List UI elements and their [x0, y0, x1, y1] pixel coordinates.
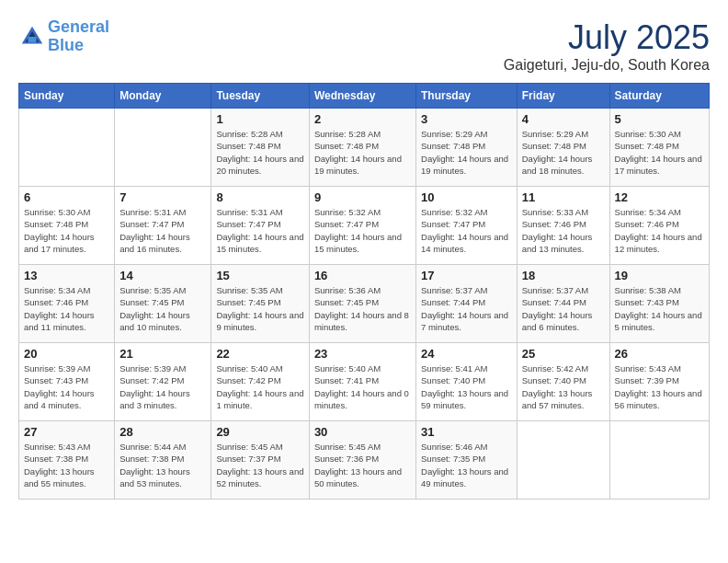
- calendar-cell: 20Sunrise: 5:39 AM Sunset: 7:43 PM Dayli…: [19, 343, 115, 421]
- weekday-header-sunday: Sunday: [19, 84, 115, 109]
- calendar-cell: 21Sunrise: 5:39 AM Sunset: 7:42 PM Dayli…: [115, 343, 211, 421]
- calendar-cell: 7Sunrise: 5:31 AM Sunset: 7:47 PM Daylig…: [115, 187, 211, 265]
- calendar-cell: 2Sunrise: 5:28 AM Sunset: 7:48 PM Daylig…: [309, 109, 415, 187]
- day-number: 25: [522, 347, 605, 361]
- calendar-cell: 24Sunrise: 5:41 AM Sunset: 7:40 PM Dayli…: [416, 343, 518, 421]
- day-number: 18: [522, 269, 605, 282]
- day-number: 8: [216, 190, 303, 204]
- day-number: 5: [615, 112, 704, 126]
- calendar-cell: 19Sunrise: 5:38 AM Sunset: 7:43 PM Dayli…: [609, 265, 709, 343]
- day-info: Sunrise: 5:45 AM Sunset: 7:37 PM Dayligh…: [216, 441, 303, 489]
- calendar-cell: 11Sunrise: 5:33 AM Sunset: 7:46 PM Dayli…: [517, 187, 609, 265]
- day-info: Sunrise: 5:37 AM Sunset: 7:44 PM Dayligh…: [522, 284, 605, 333]
- day-number: 21: [119, 347, 206, 361]
- calendar-week-3: 13Sunrise: 5:34 AM Sunset: 7:46 PM Dayli…: [19, 265, 710, 343]
- calendar-cell: 5Sunrise: 5:30 AM Sunset: 7:48 PM Daylig…: [609, 109, 709, 187]
- day-info: Sunrise: 5:28 AM Sunset: 7:48 PM Dayligh…: [314, 128, 411, 177]
- calendar-cell: 29Sunrise: 5:45 AM Sunset: 7:37 PM Dayli…: [211, 421, 309, 500]
- day-info: Sunrise: 5:42 AM Sunset: 7:40 PM Dayligh…: [522, 362, 605, 411]
- calendar-cell: 12Sunrise: 5:34 AM Sunset: 7:46 PM Dayli…: [609, 187, 709, 265]
- calendar-cell: 9Sunrise: 5:32 AM Sunset: 7:47 PM Daylig…: [309, 187, 415, 265]
- day-number: 15: [216, 269, 303, 282]
- day-info: Sunrise: 5:34 AM Sunset: 7:46 PM Dayligh…: [24, 284, 109, 333]
- calendar-cell: 4Sunrise: 5:29 AM Sunset: 7:48 PM Daylig…: [517, 109, 609, 187]
- day-number: 27: [24, 425, 109, 439]
- calendar-cell: 17Sunrise: 5:37 AM Sunset: 7:44 PM Dayli…: [416, 265, 518, 343]
- logo-line2: Blue: [48, 36, 84, 54]
- day-info: Sunrise: 5:29 AM Sunset: 7:48 PM Dayligh…: [522, 128, 605, 177]
- calendar-cell: 18Sunrise: 5:37 AM Sunset: 7:44 PM Dayli…: [517, 265, 609, 343]
- day-info: Sunrise: 5:30 AM Sunset: 7:48 PM Dayligh…: [24, 206, 109, 255]
- day-info: Sunrise: 5:36 AM Sunset: 7:45 PM Dayligh…: [314, 284, 411, 333]
- calendar-week-2: 6Sunrise: 5:30 AM Sunset: 7:48 PM Daylig…: [19, 187, 710, 265]
- day-number: 10: [421, 190, 512, 204]
- day-info: Sunrise: 5:34 AM Sunset: 7:46 PM Dayligh…: [615, 206, 704, 255]
- calendar-cell: 15Sunrise: 5:35 AM Sunset: 7:45 PM Dayli…: [211, 265, 309, 343]
- calendar-week-5: 27Sunrise: 5:43 AM Sunset: 7:38 PM Dayli…: [19, 421, 710, 500]
- day-info: Sunrise: 5:40 AM Sunset: 7:42 PM Dayligh…: [216, 362, 303, 411]
- calendar-cell: 10Sunrise: 5:32 AM Sunset: 7:47 PM Dayli…: [416, 187, 518, 265]
- day-number: 7: [119, 190, 206, 204]
- day-info: Sunrise: 5:40 AM Sunset: 7:41 PM Dayligh…: [314, 362, 411, 411]
- day-info: Sunrise: 5:32 AM Sunset: 7:47 PM Dayligh…: [314, 206, 411, 255]
- day-info: Sunrise: 5:41 AM Sunset: 7:40 PM Dayligh…: [421, 362, 512, 411]
- day-info: Sunrise: 5:46 AM Sunset: 7:35 PM Dayligh…: [421, 441, 512, 489]
- calendar-cell: 6Sunrise: 5:30 AM Sunset: 7:48 PM Daylig…: [19, 187, 115, 265]
- calendar-cell: [115, 109, 211, 187]
- day-info: Sunrise: 5:39 AM Sunset: 7:42 PM Dayligh…: [119, 362, 206, 411]
- day-number: 4: [522, 112, 605, 126]
- day-number: 3: [421, 112, 512, 126]
- day-number: 28: [119, 425, 206, 439]
- day-number: 16: [314, 269, 411, 282]
- calendar-cell: [609, 421, 709, 500]
- day-info: Sunrise: 5:33 AM Sunset: 7:46 PM Dayligh…: [522, 206, 605, 255]
- day-number: 1: [216, 112, 303, 126]
- logo-icon: [18, 23, 46, 51]
- day-number: 14: [119, 269, 206, 282]
- calendar-table: SundayMondayTuesdayWednesdayThursdayFrid…: [18, 83, 710, 500]
- calendar-cell: 16Sunrise: 5:36 AM Sunset: 7:45 PM Dayli…: [309, 265, 415, 343]
- day-info: Sunrise: 5:38 AM Sunset: 7:43 PM Dayligh…: [615, 284, 704, 333]
- calendar-cell: 26Sunrise: 5:43 AM Sunset: 7:39 PM Dayli…: [609, 343, 709, 421]
- day-number: 12: [615, 190, 704, 204]
- day-info: Sunrise: 5:28 AM Sunset: 7:48 PM Dayligh…: [216, 128, 303, 177]
- weekday-header-saturday: Saturday: [609, 84, 709, 109]
- calendar-cell: 1Sunrise: 5:28 AM Sunset: 7:48 PM Daylig…: [211, 109, 309, 187]
- calendar-cell: 14Sunrise: 5:35 AM Sunset: 7:45 PM Dayli…: [115, 265, 211, 343]
- day-number: 24: [421, 347, 512, 361]
- weekday-header-friday: Friday: [517, 84, 609, 109]
- day-number: 17: [421, 269, 512, 282]
- calendar-cell: 31Sunrise: 5:46 AM Sunset: 7:35 PM Dayli…: [416, 421, 518, 500]
- calendar-header-row: SundayMondayTuesdayWednesdayThursdayFrid…: [19, 84, 710, 109]
- day-info: Sunrise: 5:35 AM Sunset: 7:45 PM Dayligh…: [119, 284, 206, 333]
- svg-rect-2: [28, 37, 37, 42]
- day-number: 13: [24, 269, 109, 282]
- day-info: Sunrise: 5:31 AM Sunset: 7:47 PM Dayligh…: [119, 206, 206, 255]
- day-info: Sunrise: 5:43 AM Sunset: 7:38 PM Dayligh…: [24, 441, 109, 489]
- day-number: 9: [314, 190, 411, 204]
- month-year: July 2025: [504, 18, 710, 57]
- day-number: 29: [216, 425, 303, 439]
- calendar-body: 1Sunrise: 5:28 AM Sunset: 7:48 PM Daylig…: [19, 109, 710, 500]
- day-number: 11: [522, 190, 605, 204]
- title-block: July 2025 Gaigeturi, Jeju-do, South Kore…: [504, 18, 710, 74]
- day-number: 26: [615, 347, 704, 361]
- day-number: 22: [216, 347, 303, 361]
- calendar-cell: [517, 421, 609, 500]
- calendar-cell: 25Sunrise: 5:42 AM Sunset: 7:40 PM Dayli…: [517, 343, 609, 421]
- weekday-header-thursday: Thursday: [416, 84, 518, 109]
- calendar-cell: 22Sunrise: 5:40 AM Sunset: 7:42 PM Dayli…: [211, 343, 309, 421]
- day-number: 23: [314, 347, 411, 361]
- day-info: Sunrise: 5:45 AM Sunset: 7:36 PM Dayligh…: [314, 441, 411, 489]
- calendar-cell: 28Sunrise: 5:44 AM Sunset: 7:38 PM Dayli…: [115, 421, 211, 500]
- calendar-cell: 3Sunrise: 5:29 AM Sunset: 7:48 PM Daylig…: [416, 109, 518, 187]
- day-info: Sunrise: 5:39 AM Sunset: 7:43 PM Dayligh…: [24, 362, 109, 411]
- calendar-week-4: 20Sunrise: 5:39 AM Sunset: 7:43 PM Dayli…: [19, 343, 710, 421]
- day-info: Sunrise: 5:29 AM Sunset: 7:48 PM Dayligh…: [421, 128, 512, 177]
- calendar-cell: 8Sunrise: 5:31 AM Sunset: 7:47 PM Daylig…: [211, 187, 309, 265]
- calendar-cell: 30Sunrise: 5:45 AM Sunset: 7:36 PM Dayli…: [309, 421, 415, 500]
- day-number: 20: [24, 347, 109, 361]
- day-number: 30: [314, 425, 411, 439]
- calendar-cell: 13Sunrise: 5:34 AM Sunset: 7:46 PM Dayli…: [19, 265, 115, 343]
- day-info: Sunrise: 5:43 AM Sunset: 7:39 PM Dayligh…: [615, 362, 704, 411]
